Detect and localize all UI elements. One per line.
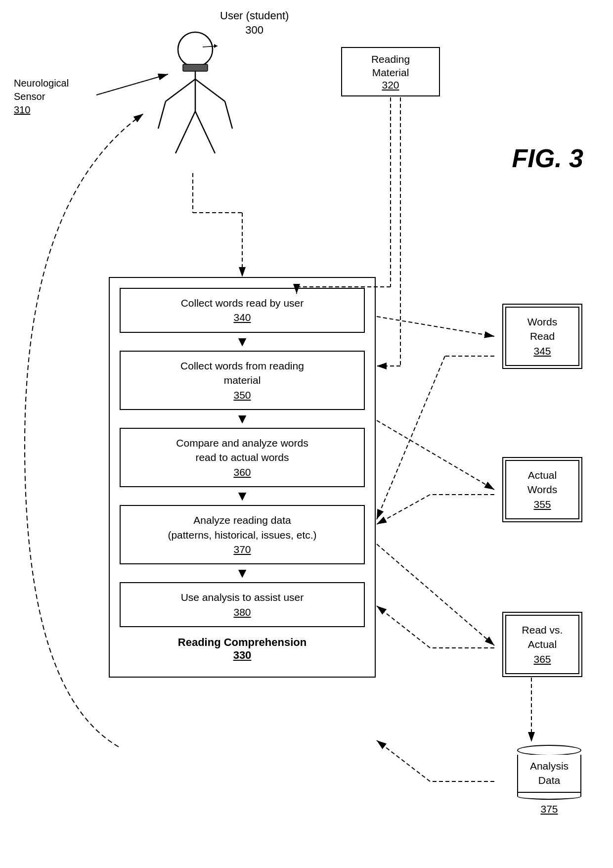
analysis-data-box: AnalysisData 375	[517, 745, 581, 816]
svg-line-22	[377, 317, 494, 336]
svg-rect-8	[183, 64, 208, 71]
actual-words-id: 355	[533, 497, 551, 511]
diagram-container: FIG. 3 User (student) 300 NeurologicalSe…	[0, 0, 613, 868]
step-compare-analyze: Compare and analyze wordsread to actual …	[120, 428, 365, 487]
arrow1: ▼	[120, 333, 365, 351]
svg-line-30	[377, 606, 430, 648]
actual-words-box: ActualWords 355	[505, 460, 579, 519]
step1-id: 340	[129, 310, 356, 324]
read-vs-actual-box: Read vs.Actual 365	[505, 615, 579, 674]
read-vs-actual-id: 365	[533, 652, 551, 666]
arrow4: ▼	[120, 564, 365, 582]
step2-id: 350	[129, 388, 356, 402]
step4-label: Analyze reading data(patterns, historica…	[168, 514, 316, 540]
analysis-data-title: AnalysisData	[530, 759, 569, 788]
svg-line-28	[377, 544, 494, 645]
read-vs-actual-title: Read vs.Actual	[522, 623, 563, 652]
svg-line-3	[195, 79, 225, 101]
svg-line-23	[377, 420, 494, 490]
svg-line-6	[175, 111, 195, 153]
step5-id: 380	[129, 605, 356, 619]
actual-words-title: ActualWords	[527, 468, 557, 497]
main-flow-id: 330	[233, 649, 252, 661]
reading-material-title: ReadingMaterial	[371, 52, 410, 80]
reading-material-id: 320	[382, 79, 399, 91]
cylinder-body: AnalysisData	[517, 755, 581, 793]
main-flow-title: Reading Comprehension 330	[120, 636, 365, 662]
neuro-sensor-label: NeurologicalSensor 310	[14, 77, 69, 117]
main-flow-title-text: Reading Comprehension	[178, 636, 306, 648]
step-collect-words-material: Collect words from readingmaterial 350	[120, 351, 365, 410]
svg-line-5	[225, 101, 232, 129]
svg-line-27	[377, 495, 430, 524]
step-analyze-data: Analyze reading data(patterns, historica…	[120, 505, 365, 564]
arrow2: ▼	[120, 410, 365, 428]
step5-label: Use analysis to assist user	[181, 592, 304, 603]
svg-marker-10	[214, 44, 218, 48]
svg-line-7	[195, 111, 215, 153]
step4-id: 370	[129, 542, 356, 556]
step2-label: Collect words from readingmaterial	[180, 360, 304, 386]
step3-id: 360	[129, 465, 356, 479]
reading-material-box: ReadingMaterial 320	[341, 47, 440, 96]
svg-line-4	[158, 101, 166, 129]
main-flow-container: Collect words read by user 340 ▼ Collect…	[109, 277, 376, 678]
words-read-title: WordsRead	[527, 315, 557, 344]
figure-label: FIG. 3	[512, 143, 583, 173]
stick-figure	[138, 27, 252, 171]
arrow3: ▼	[120, 487, 365, 505]
svg-line-2	[166, 79, 195, 101]
step3-label: Compare and analyze wordsread to actual …	[176, 437, 308, 463]
cylinder-top	[517, 745, 581, 756]
cylinder-bottom	[517, 793, 581, 800]
step1-label: Collect words read by user	[181, 297, 304, 309]
words-read-id: 345	[533, 344, 551, 358]
step-use-analysis: Use analysis to assist user 380	[120, 582, 365, 627]
words-read-box: WordsRead 345	[505, 307, 579, 366]
svg-line-33	[377, 740, 430, 781]
step-collect-words-user: Collect words read by user 340	[120, 288, 365, 333]
svg-line-25	[377, 356, 445, 519]
analysis-data-id: 375	[540, 802, 558, 816]
svg-point-0	[178, 32, 213, 67]
